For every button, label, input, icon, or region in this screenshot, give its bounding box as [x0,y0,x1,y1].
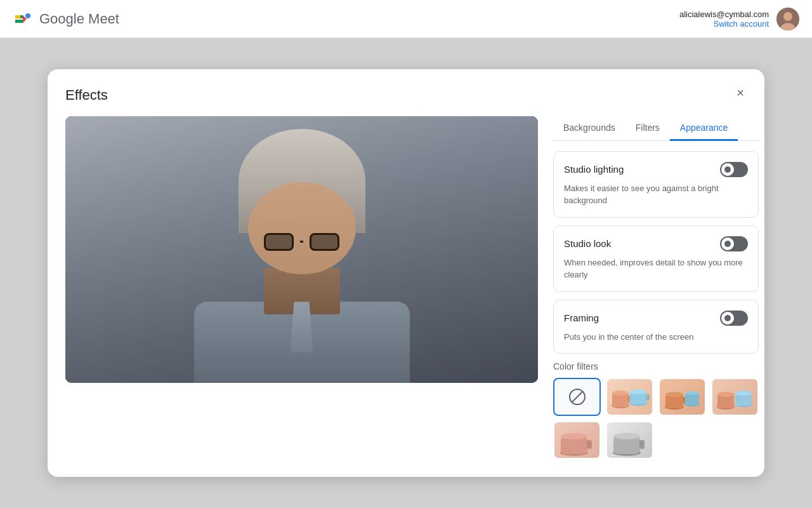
panel-scroll[interactable]: Studio lighting Makes it easier to see y… [553,151,759,460]
tab-filters[interactable]: Filters [625,116,670,141]
glasses-bridge [300,241,303,243]
warm-filter-preview [607,379,652,415]
right-panel: Backgrounds Filters Appearance Studio li… [553,116,759,460]
mono-filter-preview [607,422,652,458]
avatar-icon [776,8,799,30]
framing-desc: Puts you in the center of the screen [564,331,748,344]
framing-knob [721,312,734,324]
studio-lighting-knob [721,163,734,176]
user-email: alicialewis@cymbal.com [679,10,769,19]
studio-look-knob [721,237,734,250]
cups-salmon-icon [555,422,599,458]
cups-orange-icon [660,379,705,415]
close-button[interactable]: × [729,82,752,105]
modal-body: Backgrounds Filters Appearance Studio li… [65,116,747,460]
svg-rect-14 [646,394,650,401]
studio-lighting-desc: Makes it easier to see you against a bri… [564,182,748,207]
color-filters-grid [553,378,759,459]
cups-mono-icon [608,422,652,458]
color-filters-title: Color filters [553,361,759,371]
svg-rect-31 [587,440,592,449]
topbar-right: alicialewis@cymbal.com Switch account [679,8,799,30]
glasses-right [310,233,339,251]
svg-point-24 [717,392,734,397]
page-center: Effects × [0,38,812,508]
svg-point-1 [25,13,30,18]
face [248,182,356,275]
studio-lighting-header: Studio lighting [564,162,748,177]
color-filter-salmon[interactable] [553,421,601,459]
tab-appearance[interactable]: Appearance [670,116,738,141]
svg-point-9 [612,391,629,396]
studio-look-card: Studio look When needed, improves detail… [553,225,759,292]
effects-modal: Effects × [48,69,764,478]
studio-lighting-card: Studio lighting Makes it easier to see y… [553,151,759,218]
color-filter-mixed[interactable] [711,378,759,416]
studio-look-header: Studio look [564,236,748,251]
studio-lighting-toggle[interactable] [720,162,748,177]
studio-look-desc: When needed, improves detail to show you… [564,257,748,281]
salmon-filter-preview [554,422,599,458]
color-filter-orange[interactable] [658,378,706,416]
orange-filter-preview [660,379,705,415]
framing-card: Framing Puts you in the center of the sc… [553,300,759,354]
color-filter-none[interactable] [553,378,601,416]
switch-account-link[interactable]: Switch account [679,19,769,29]
topbar-left: Google Meet [13,9,119,29]
svg-point-30 [561,433,587,439]
svg-point-3 [783,12,792,21]
topbar: Google Meet alicialewis@cymbal.com Switc… [0,0,812,38]
google-meet-logo-icon [13,9,33,29]
studio-lighting-name: Studio lighting [564,164,624,175]
svg-point-13 [630,389,646,394]
framing-header: Framing [564,311,748,326]
framing-name: Framing [564,312,599,323]
modal-title: Effects [65,87,747,104]
color-filter-warm[interactable] [606,378,653,416]
account-info: alicialewis@cymbal.com Switch account [679,10,769,29]
color-filter-mono[interactable] [606,421,653,459]
svg-point-27 [735,391,752,396]
avatar[interactable] [776,8,799,30]
app-title: Google Meet [39,11,119,27]
color-filters-section: Color filters [553,361,759,459]
svg-point-34 [613,433,640,439]
person-silhouette [113,116,491,383]
studio-look-name: Studio look [564,238,611,249]
framing-toggle[interactable] [720,311,748,326]
glasses-left [264,233,294,251]
tab-backgrounds[interactable]: Backgrounds [553,116,625,141]
glasses [264,233,339,251]
shirt [194,302,410,383]
svg-point-17 [665,392,683,397]
video-preview [65,116,538,383]
studio-look-toggle[interactable] [720,236,748,251]
svg-line-6 [572,392,582,402]
mixed-filter-preview [712,379,757,415]
video-inner [65,116,538,383]
cups-mixed-icon [713,379,757,415]
cups-warm-icon [608,379,652,415]
no-filter-icon [568,388,586,406]
svg-rect-35 [639,440,645,449]
svg-point-21 [685,391,699,395]
tabs: Backgrounds Filters Appearance [553,116,759,141]
